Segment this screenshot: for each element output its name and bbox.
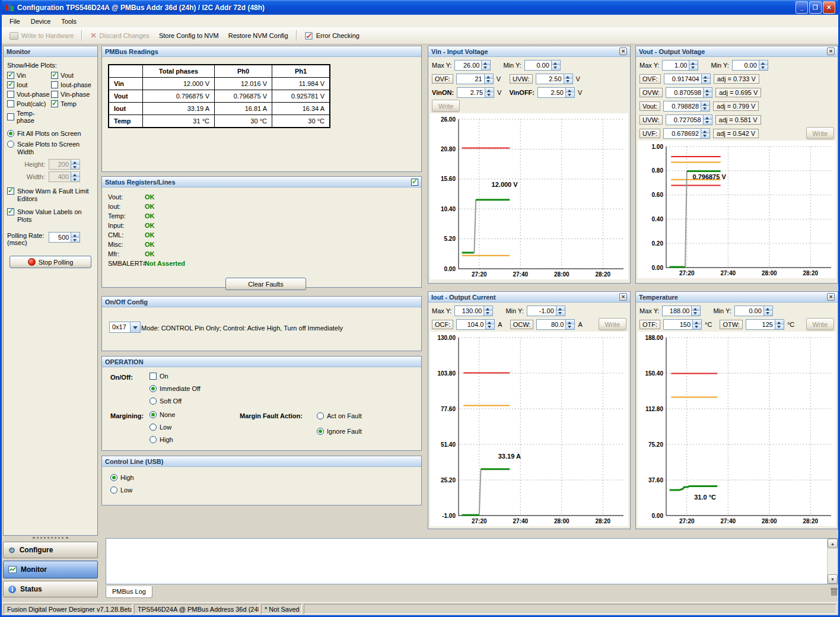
minimize-button[interactable]: _ [796, 1, 808, 14]
scroll-down-icon[interactable]: ▼ [828, 574, 838, 584]
soft-off-radio[interactable]: Soft Off [149, 397, 182, 405]
vout-min-y-input[interactable]: 0.00 [732, 60, 768, 71]
vinoff-input[interactable]: 2.50 [537, 87, 575, 98]
status-panel-checkbox[interactable] [411, 179, 418, 186]
clear-faults-button[interactable]: Clear Faults [225, 278, 306, 290]
margin-none-radio[interactable]: None [149, 411, 175, 418]
log-scrollbar[interactable]: ▲ ▼ [827, 539, 838, 584]
radio[interactable] [149, 397, 157, 405]
checkbox[interactable] [7, 91, 14, 98]
close-icon[interactable]: ✕ [827, 293, 835, 301]
checkbox[interactable] [7, 81, 14, 88]
spinner-buttons[interactable] [775, 320, 784, 329]
act-on-fault-radio[interactable]: Act on Fault [317, 412, 362, 419]
close-icon[interactable]: ✕ [619, 293, 627, 301]
ocf-input[interactable]: 104.0 [456, 319, 495, 330]
otf-input[interactable]: 150 [663, 319, 702, 330]
sidebar-item-status[interactable]: Status [3, 581, 98, 597]
otf-label[interactable]: OTF: [639, 320, 660, 329]
radio[interactable] [110, 474, 117, 481]
checkbox[interactable] [51, 91, 58, 98]
sidebar-item-configure[interactable]: ⚙ Configure [3, 542, 98, 558]
scrollbar-track[interactable] [828, 548, 838, 574]
spinner-buttons[interactable] [485, 88, 494, 97]
spinner-buttons[interactable] [71, 160, 79, 169]
spinner-buttons[interactable] [763, 306, 772, 316]
vout-ovf-input[interactable]: 0.917404 [664, 74, 711, 84]
vout-write-button[interactable]: Write [806, 127, 834, 139]
vout-uvw-input[interactable]: 0.727058 [666, 115, 712, 125]
iout-write-button[interactable]: Write [599, 318, 626, 330]
vin-min-y-input[interactable]: 0.00 [524, 60, 561, 71]
vout-ovw-input[interactable]: 0.870598 [666, 87, 712, 98]
scroll-up-icon[interactable]: ▲ [828, 539, 838, 548]
checkbox[interactable] [7, 72, 14, 79]
ovf-label[interactable]: OVF: [432, 74, 453, 84]
checkbox[interactable] [149, 373, 157, 380]
vinon-input[interactable]: 2.75 [457, 87, 494, 98]
radio[interactable] [7, 141, 14, 148]
radio[interactable] [317, 412, 324, 419]
vout-ovf-label[interactable]: OVF: [639, 74, 661, 84]
radio[interactable] [149, 436, 157, 443]
onoff-config-select[interactable]: 0x17 [109, 322, 141, 333]
ocf-label[interactable]: OCF: [432, 320, 453, 329]
spinner-buttons[interactable] [691, 306, 700, 316]
close-button[interactable]: ✕ [823, 1, 835, 14]
plot-width-input[interactable]: 400 [49, 171, 80, 182]
plot-toggle-vin[interactable]: Vin [7, 72, 50, 79]
vout-uvw-label[interactable]: UVW: [639, 115, 663, 125]
plot-toggle-vout[interactable]: Vout [51, 72, 94, 79]
margin-low-radio[interactable]: Low [149, 424, 171, 431]
sidebar-item-monitor[interactable]: Monitor [3, 561, 98, 578]
otw-label[interactable]: OTW: [720, 320, 743, 329]
spinner-buttons[interactable] [565, 320, 574, 329]
ocw-label[interactable]: OCW: [510, 320, 534, 329]
restore-nvm-config-button[interactable]: Restore NVM Config [224, 30, 292, 41]
spinner-buttons[interactable] [701, 129, 709, 138]
spinner-buttons[interactable] [692, 320, 701, 329]
plot-toggle-temp[interactable]: Temp [51, 100, 94, 107]
spinner-buttons[interactable] [689, 61, 698, 70]
spinner-buttons[interactable] [481, 61, 490, 70]
temp-max-y-input[interactable]: 188.00 [662, 306, 701, 316]
spinner-buttons[interactable] [703, 115, 712, 125]
vout-uvf-label[interactable]: UVF: [639, 129, 660, 138]
spinner-buttons[interactable] [565, 88, 574, 97]
uvw-label[interactable]: UVW: [510, 74, 533, 84]
close-icon[interactable]: ✕ [827, 47, 835, 55]
spinner-buttons[interactable] [564, 74, 572, 84]
vin-max-y-input[interactable]: 26.00 [454, 60, 491, 71]
stop-polling-button[interactable]: Stop Polling [9, 256, 91, 268]
radio[interactable] [110, 486, 117, 494]
polling-rate-input[interactable]: 500 [49, 232, 80, 243]
ignore-fault-radio[interactable]: Ignore Fault [317, 428, 362, 435]
menu-file[interactable]: File [4, 17, 26, 26]
control-high-radio[interactable]: High [110, 474, 134, 481]
spinner-buttons[interactable] [701, 74, 710, 84]
on-checkbox[interactable]: On [149, 373, 168, 380]
temp-min-y-input[interactable]: 0.00 [734, 306, 773, 316]
checkbox[interactable] [51, 100, 58, 107]
plot-toggle-vout-phase[interactable]: Vout-phase [7, 91, 50, 98]
fit-all-plots-radio[interactable]: Fit All Plots on Screen [7, 130, 94, 138]
vout-uvf-input[interactable]: 0.678692 [663, 128, 710, 139]
spinner-buttons[interactable] [71, 233, 79, 242]
menu-tools[interactable]: Tools [56, 17, 82, 26]
checkbox[interactable] [7, 187, 14, 195]
ocw-input[interactable]: 80.0 [536, 319, 575, 330]
otw-input[interactable]: 125 [746, 319, 784, 330]
scale-plots-radio[interactable]: Scale Plots to Screen Width [7, 141, 94, 156]
vout-vout-label[interactable]: Vout: [639, 101, 660, 111]
checkbox[interactable] [51, 72, 58, 79]
spinner-buttons[interactable] [556, 306, 565, 316]
radio[interactable] [149, 424, 157, 431]
plot-toggle-temp-phase[interactable]: Temp-phase [7, 110, 50, 124]
radio[interactable] [149, 411, 157, 418]
spinner-buttons[interactable] [485, 320, 494, 329]
spinner-buttons[interactable] [551, 61, 560, 70]
spinner-buttons[interactable] [484, 74, 493, 84]
vout-vout-input[interactable]: 0.798828 [663, 101, 710, 112]
vin-ovf-input[interactable]: 21 [456, 74, 494, 84]
spinner-buttons[interactable] [701, 101, 709, 111]
